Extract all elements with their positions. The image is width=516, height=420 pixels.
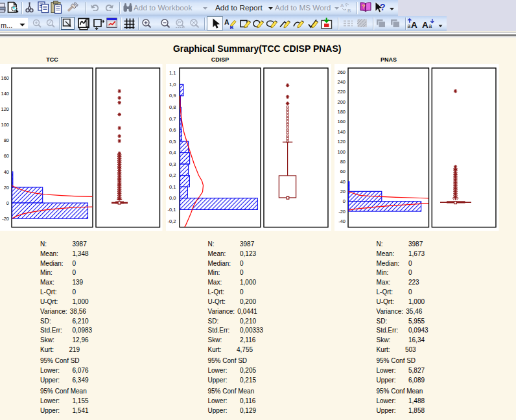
- svg-text:80: 80: [4, 137, 9, 143]
- svg-text:A: A: [340, 3, 344, 8]
- svg-text:0,4: 0,4: [169, 150, 176, 156]
- svg-text:20: 20: [4, 185, 9, 191]
- svg-text:0,7: 0,7: [169, 116, 176, 122]
- svg-text:1,1: 1,1: [169, 70, 176, 76]
- svg-text:240: 240: [337, 79, 346, 85]
- svg-text:0,9: 0,9: [169, 93, 176, 99]
- svg-text:100: 100: [1, 122, 9, 128]
- svg-text:0,5: 0,5: [169, 139, 176, 145]
- svg-text:120: 120: [1, 106, 9, 112]
- svg-text:220: 220: [337, 89, 346, 95]
- svg-text:-20: -20: [338, 209, 346, 215]
- svg-text:0,2: 0,2: [169, 172, 176, 178]
- svg-text:0: 0: [343, 198, 346, 204]
- svg-text:0: 0: [6, 200, 9, 206]
- svg-text:160: 160: [337, 119, 346, 124]
- svg-text:B: B: [347, 8, 351, 13]
- svg-text:B: B: [230, 25, 234, 30]
- svg-text:A: A: [224, 18, 229, 26]
- svg-text:PNAS: PNAS: [381, 56, 397, 63]
- svg-text:140: 140: [1, 91, 9, 97]
- svg-text:100: 100: [337, 149, 346, 155]
- svg-text:CDISP: CDISP: [211, 56, 229, 63]
- svg-text:40: 40: [340, 179, 346, 185]
- svg-text:260: 260: [337, 69, 346, 75]
- svg-text:0,1: 0,1: [169, 184, 176, 190]
- svg-text:0,0: 0,0: [169, 195, 176, 201]
- svg-text:140: 140: [337, 129, 346, 135]
- svg-text:200: 200: [337, 99, 346, 105]
- svg-text:-20: -20: [2, 216, 9, 222]
- svg-text:?: ?: [380, 2, 386, 12]
- svg-text:-40: -40: [338, 218, 346, 224]
- svg-text:TCC: TCC: [46, 56, 58, 63]
- svg-text:160: 160: [1, 75, 9, 81]
- svg-text:80: 80: [340, 159, 346, 165]
- svg-text:180: 180: [337, 109, 346, 115]
- svg-text:A: A: [411, 20, 417, 30]
- svg-text:120: 120: [337, 139, 346, 145]
- svg-text:40: 40: [4, 169, 9, 175]
- svg-text:-0,1: -0,1: [168, 207, 176, 213]
- svg-text:a: a: [408, 23, 411, 29]
- svg-text:?: ?: [362, 3, 365, 10]
- svg-text:Graphical Summary(TCC CDISP PN: Graphical Summary(TCC CDISP PNAS): [173, 43, 342, 54]
- svg-text:1,0: 1,0: [169, 82, 176, 88]
- svg-text:A: A: [422, 20, 428, 30]
- svg-text:0,6: 0,6: [169, 127, 176, 133]
- svg-text:60: 60: [340, 169, 346, 174]
- svg-text:-0,2: -0,2: [168, 218, 176, 224]
- svg-text:20: 20: [340, 189, 346, 194]
- svg-text:60: 60: [4, 153, 9, 159]
- svg-text:0,8: 0,8: [169, 104, 176, 110]
- svg-text:a: a: [429, 23, 432, 29]
- svg-text:0,3: 0,3: [169, 161, 176, 167]
